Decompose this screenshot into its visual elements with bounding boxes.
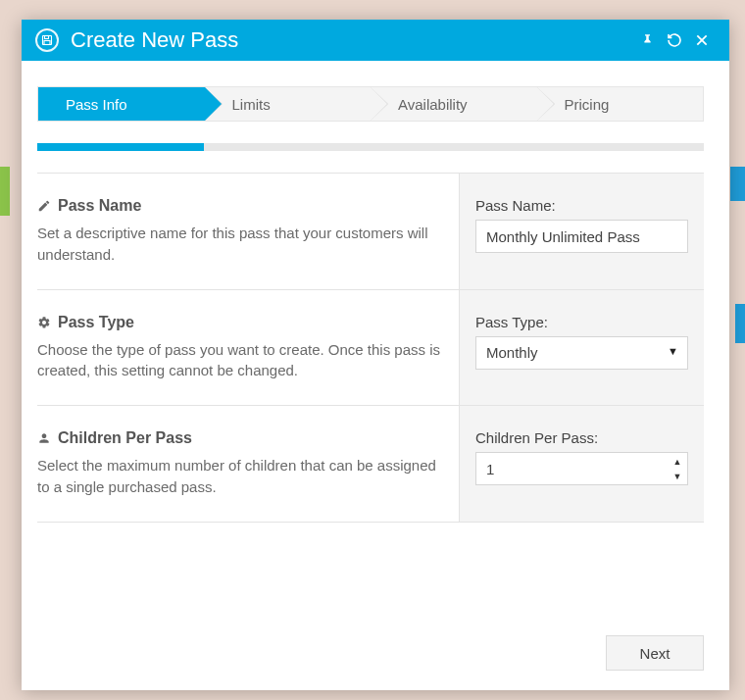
pin-button[interactable]	[633, 26, 661, 54]
step-availability[interactable]: Availability	[371, 87, 537, 121]
pass-name-input[interactable]	[475, 220, 688, 253]
step-label: Pricing	[565, 96, 610, 113]
modal-title: Create New Pass	[71, 27, 238, 53]
bg-decoration	[0, 167, 10, 216]
wizard-steps: Pass Info Limits Availability Pricing	[37, 86, 704, 122]
children-per-pass-input[interactable]	[475, 452, 688, 485]
person-icon	[37, 431, 51, 445]
section-heading: Pass Name	[37, 197, 441, 215]
save-disk-icon	[35, 28, 59, 52]
stepper-up[interactable]: ▲	[669, 454, 686, 469]
svg-rect-1	[45, 36, 49, 39]
modal-header: Create New Pass	[22, 20, 729, 61]
modal-footer: Next	[37, 618, 704, 671]
progress-fill	[37, 143, 204, 151]
section-heading: Pass Type	[37, 314, 441, 331]
svg-rect-2	[44, 41, 50, 45]
step-pass-info[interactable]: Pass Info	[38, 87, 205, 121]
form-sections: Pass Name Set a descriptive name for thi…	[37, 173, 704, 523]
pencil-icon	[37, 199, 51, 213]
step-label: Limits	[232, 96, 271, 113]
pass-type-select[interactable]: Monthly	[475, 336, 688, 370]
section-desc: Choose the type of pass you want to crea…	[37, 339, 441, 382]
stepper-down[interactable]: ▼	[669, 469, 686, 483]
section-desc: Set a descriptive name for this pass tha…	[37, 223, 441, 266]
children-per-pass-label: Children Per Pass:	[475, 429, 688, 446]
pass-type-label: Pass Type:	[475, 314, 688, 330]
modal-body: Pass Info Limits Availability Pricing Pa…	[22, 61, 729, 690]
step-label: Pass Info	[66, 96, 127, 113]
section-desc: Select the maximum number of children th…	[37, 455, 441, 498]
refresh-button[interactable]	[661, 26, 688, 54]
section-pass-name: Pass Name Set a descriptive name for thi…	[37, 174, 704, 290]
bg-decoration	[730, 167, 745, 201]
progress-bar	[37, 143, 704, 151]
close-button[interactable]	[688, 26, 716, 54]
step-limits[interactable]: Limits	[205, 87, 372, 121]
gear-icon	[37, 316, 51, 329]
heading-text: Pass Name	[58, 197, 141, 215]
bg-decoration	[735, 304, 745, 343]
section-children-per-pass: Children Per Pass Select the maximum num…	[37, 406, 704, 523]
section-heading: Children Per Pass	[37, 429, 441, 447]
step-label: Availability	[398, 96, 468, 113]
next-button[interactable]: Next	[606, 635, 704, 671]
modal-create-new-pass: Create New Pass Pass Info Limits Availab…	[22, 20, 729, 690]
step-pricing[interactable]: Pricing	[537, 87, 704, 121]
pass-name-label: Pass Name:	[475, 197, 688, 214]
heading-text: Pass Type	[58, 314, 134, 331]
heading-text: Children Per Pass	[58, 429, 192, 447]
section-pass-type: Pass Type Choose the type of pass you wa…	[37, 290, 704, 407]
